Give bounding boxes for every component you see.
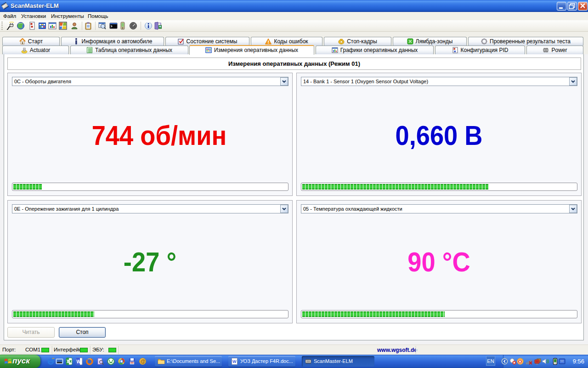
svg-text:W: W — [77, 359, 81, 364]
svg-text:@: @ — [140, 358, 145, 364]
svg-text:W: W — [232, 359, 237, 364]
